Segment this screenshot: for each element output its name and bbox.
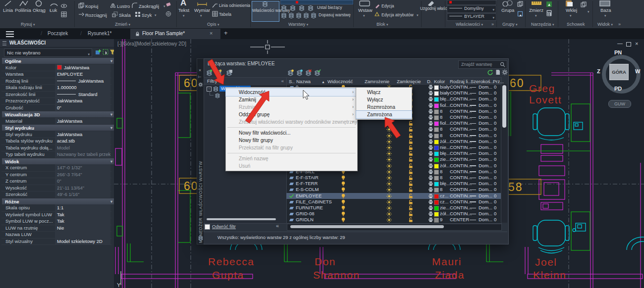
search-input[interactable]: Znajdź warstwę [458, 60, 507, 69]
submenu-item[interactable]: Rozmrożona [356, 103, 412, 111]
submenu-item[interactable]: Wyłącz [356, 96, 412, 103]
tool-linia-odniesienia[interactable]: Linia odniesienia [219, 3, 250, 8]
list-hscroll-track[interactable] [287, 224, 502, 231]
property-value[interactable]: Model [57, 145, 70, 150]
hatch-icon[interactable] [61, 11, 67, 17]
settings-gear-icon[interactable] [502, 69, 508, 75]
table-icon[interactable] [212, 11, 218, 17]
layer-match-icon[interactable] [310, 12, 317, 19]
refresh-icon[interactable] [487, 69, 493, 76]
property-value[interactable]: Nie [57, 225, 64, 231]
layer-on-icon[interactable] [280, 12, 287, 19]
col-lock[interactable]: Zamknięcie [397, 78, 421, 85]
tool-edycja-atrybutow[interactable]: Edycja atrybutów [381, 12, 414, 17]
paste-icon[interactable] [565, 0, 574, 6]
property-value[interactable]: JakWarstwa [64, 65, 89, 70]
tool-rozciagnij[interactable]: Rozciągnij [85, 12, 107, 18]
stretch-icon[interactable] [78, 11, 84, 17]
property-value[interactable]: JakWarstwa [57, 98, 82, 103]
property-value[interactable]: EMPLOYEE [57, 71, 83, 77]
panel-rysuj[interactable]: Rysuj ▾ [21, 22, 35, 27]
color-dropdown[interactable] [447, 0, 496, 5]
new-property-filter-icon[interactable] [206, 69, 213, 76]
close-icon[interactable]: × [635, 41, 638, 47]
chevron-down-icon[interactable]: ▾ [417, 13, 419, 17]
property-value[interactable]: 21'-11 13/64" [57, 185, 84, 191]
new-layer-vp-frozen-icon[interactable] [296, 69, 303, 76]
property-value[interactable]: 147'-0 1/32" [57, 165, 82, 170]
viewcube-north[interactable]: PN [614, 49, 622, 55]
erase-icon[interactable] [165, 1, 171, 7]
invert-filter-label[interactable]: Odwróć filtr [212, 224, 236, 229]
layer-off-icon[interactable] [280, 4, 287, 11]
panel-narzedzia[interactable]: Narzędzia ▾ [531, 22, 554, 27]
scrollbar-thumb[interactable] [502, 85, 506, 128]
tool-kopiuj[interactable]: Kopiuj [85, 3, 98, 9]
quick-select-icon[interactable] [546, 1, 552, 7]
layer-thaw-icon[interactable] [288, 12, 295, 19]
restore-icon[interactable] [626, 42, 631, 47]
chevron-down-icon[interactable]: ▾ [535, 14, 537, 18]
tab-active[interactable]: Floor Plan Sample* × [130, 29, 220, 39]
property-value[interactable]: JakWarstwa [78, 78, 104, 84]
new-tab-button[interactable]: + [224, 29, 228, 37]
layer-isolate-icon[interactable] [289, 4, 296, 11]
layer-freeze-icon[interactable] [298, 4, 305, 11]
panel-widok[interactable]: Widok ▾ [597, 22, 613, 27]
layer-properties-button[interactable]: Właściwości warstwy [252, 1, 279, 22]
search-icon[interactable] [500, 62, 505, 67]
filters-hscroll-thumb[interactable] [207, 218, 276, 220]
layer-states-manager-icon[interactable] [225, 69, 233, 76]
collapse-icon[interactable]: « [276, 223, 279, 229]
panel-opis[interactable]: Opis ▾ [207, 22, 219, 27]
tool-tekst[interactable]: Tekst [178, 7, 189, 13]
match-properties-icon[interactable] [427, 0, 437, 6]
property-value[interactable]: Tak [57, 212, 64, 217]
panel-expand-icon[interactable]: » [618, 22, 621, 27]
block-edit-icon[interactable] [375, 2, 380, 8]
base-view-icon[interactable] [598, 0, 611, 6]
linetype-dropdown[interactable]: BYLAYER▾ [447, 13, 496, 21]
layer-unisolate-icon[interactable] [303, 12, 310, 19]
property-value[interactable]: JakWarstwa [57, 118, 82, 124]
menu-item[interactable]: Zamknij› [226, 96, 357, 103]
tool-szyk[interactable]: Szyk [142, 12, 152, 18]
new-group-filter-icon[interactable] [215, 69, 222, 76]
panel-grupy[interactable]: Grupy ▾ [502, 22, 518, 27]
properties-section-header[interactable]: Wizualizacja 3D▾ [1, 111, 115, 118]
polyline-tool-icon[interactable] [19, 0, 29, 7]
insert-block-icon[interactable] [359, 0, 371, 6]
tool-baza[interactable]: Baza [600, 7, 611, 13]
property-value[interactable]: 1.000000 [57, 85, 77, 90]
col-linetype[interactable]: Rodzaj li... [450, 78, 472, 85]
text-tool-icon[interactable]: A [180, 0, 186, 8]
collapse-icon[interactable]: « [281, 78, 284, 84]
array-icon[interactable] [135, 11, 141, 17]
used-layers-filter-icon[interactable] [215, 93, 220, 98]
app-menu-icon[interactable] [6, 31, 14, 37]
menu-item[interactable]: Oddziel grupę› [226, 111, 357, 118]
layer-unlock-icon[interactable] [295, 12, 302, 19]
tool-tabela[interactable]: Tabela [219, 12, 231, 17]
properties-section-header[interactable]: Widok▾ [1, 158, 115, 165]
col-color[interactable]: Kolor [434, 78, 445, 85]
attribute-edit-icon[interactable] [375, 11, 380, 17]
chevron-down-icon[interactable]: ▾ [570, 14, 572, 18]
tool-grupa[interactable]: Grupa [501, 7, 514, 13]
property-value[interactable]: 0" [57, 105, 61, 110]
tool-lustro[interactable]: Lustro [117, 3, 130, 9]
menu-item[interactable]: Widoczność› [226, 89, 357, 96]
line-tool-icon[interactable] [4, 0, 12, 7]
tool-wklej[interactable]: Wklej [566, 7, 577, 13]
dimension-icon[interactable] [197, 0, 207, 6]
panel-warstwy[interactable]: Warstwy ▾ [288, 22, 308, 27]
property-value[interactable]: 1:1 [57, 205, 63, 210]
chevron-down-icon[interactable]: ▾ [163, 4, 165, 8]
viewcube-south[interactable]: PD [614, 86, 622, 92]
copy-clip-icon[interactable] [581, 1, 587, 7]
viewcube-top[interactable]: GÓRA [609, 64, 629, 80]
tool-okrag[interactable]: Okrąg [33, 7, 46, 13]
property-value[interactable]: acad.stb [57, 138, 75, 144]
invert-filter-checkbox[interactable] [205, 224, 210, 230]
minimize-icon[interactable]: — [617, 40, 623, 46]
